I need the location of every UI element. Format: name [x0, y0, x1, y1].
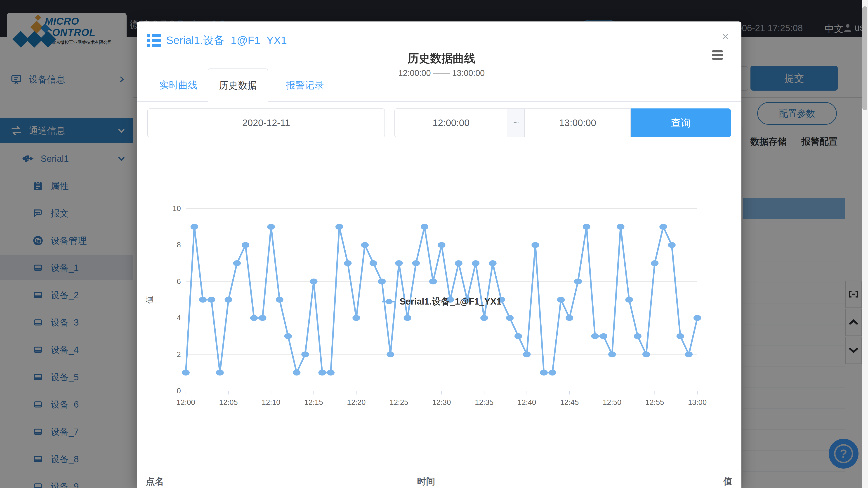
data-point[interactable]: [583, 224, 590, 230]
history-data-dialog: Serial1.设备_1@F1_YX1 × 实时曲线 历史数据 报警记录 202…: [137, 22, 741, 488]
time-range-separator: ~: [507, 108, 525, 137]
data-point[interactable]: [480, 315, 488, 321]
x-tick-label: 12:40: [518, 398, 536, 406]
data-point[interactable]: [242, 242, 249, 248]
y-tick-label: 8: [177, 240, 181, 249]
data-point[interactable]: [565, 315, 573, 321]
data-point[interactable]: [284, 333, 292, 339]
chart-title: 历史数据曲线: [137, 51, 746, 66]
data-point[interactable]: [591, 333, 599, 339]
data-point[interactable]: [216, 369, 224, 376]
end-time-input[interactable]: 13:00:00: [524, 108, 631, 137]
data-point[interactable]: [318, 369, 326, 376]
data-point[interactable]: [574, 279, 582, 285]
data-point[interactable]: [412, 260, 420, 266]
x-tick-label: 12:30: [432, 398, 451, 406]
data-point[interactable]: [540, 369, 548, 376]
start-time-input[interactable]: 12:00:00: [395, 108, 508, 137]
x-tick-label: 12:45: [560, 398, 579, 406]
data-point[interactable]: [531, 242, 539, 248]
column-header-time: 时间: [146, 475, 706, 488]
data-point[interactable]: [336, 224, 343, 230]
data-point[interactable]: [327, 369, 335, 376]
x-tick-label: 12:10: [262, 398, 281, 406]
data-point[interactable]: [250, 315, 258, 321]
data-point[interactable]: [549, 369, 556, 376]
chart-legend[interactable]: Serial1.设备_1@F1_YX1: [137, 295, 746, 308]
column-header-value: 值: [723, 475, 733, 488]
data-point[interactable]: [361, 242, 369, 248]
page-scrollbar[interactable]: [862, 0, 868, 488]
data-point[interactable]: [685, 352, 692, 357]
data-point[interactable]: [523, 352, 531, 357]
data-point[interactable]: [489, 260, 497, 266]
data-point[interactable]: [668, 242, 676, 248]
legend-series-label: Serial1.设备_1@F1_YX1: [400, 295, 501, 308]
query-button[interactable]: 查询: [631, 108, 731, 137]
data-point[interactable]: [191, 224, 198, 230]
data-point[interactable]: [395, 260, 403, 266]
data-point[interactable]: [617, 224, 625, 230]
data-point[interactable]: [643, 352, 650, 357]
data-point[interactable]: [472, 260, 479, 266]
app-root: 微控 3.7.3 Project 1.0 维护 重启 2024-06-21 17…: [0, 0, 868, 488]
data-point[interactable]: [370, 260, 377, 266]
data-point[interactable]: [429, 279, 437, 285]
data-point[interactable]: [258, 315, 266, 321]
close-icon[interactable]: ×: [722, 31, 729, 42]
data-point[interactable]: [182, 369, 190, 376]
data-point[interactable]: [310, 279, 318, 285]
x-tick-label: 12:00: [177, 398, 195, 406]
data-point[interactable]: [267, 224, 275, 230]
data-point[interactable]: [693, 315, 701, 321]
y-tick-label: 2: [177, 350, 181, 359]
data-point[interactable]: [600, 333, 608, 339]
scrollbar-thumb[interactable]: [862, 6, 867, 110]
data-point[interactable]: [455, 260, 463, 266]
data-point[interactable]: [352, 315, 360, 321]
data-point[interactable]: [651, 260, 658, 266]
legend-marker-icon: [381, 298, 397, 305]
x-tick-label: 13:00: [688, 398, 707, 406]
y-tick-label: 4: [177, 314, 181, 322]
x-tick-label: 12:25: [390, 398, 408, 406]
table-grid-icon: [147, 34, 161, 47]
data-point[interactable]: [293, 369, 301, 376]
data-point[interactable]: [677, 333, 684, 339]
data-point[interactable]: [506, 315, 514, 321]
data-point[interactable]: [386, 352, 394, 357]
data-point[interactable]: [421, 224, 428, 230]
data-point[interactable]: [438, 242, 445, 248]
data-point[interactable]: [378, 279, 385, 285]
x-tick-label: 12:55: [645, 398, 664, 406]
y-tick-label: 0: [177, 387, 181, 395]
result-table-header: 点名 时间 值: [146, 475, 733, 488]
y-tick-label: 6: [177, 277, 181, 286]
data-point[interactable]: [515, 333, 522, 339]
date-input[interactable]: 2020-12-11: [147, 108, 385, 137]
tab-history-data[interactable]: 历史数据: [208, 68, 268, 102]
dialog-title: Serial1.设备_1@F1_YX1: [166, 33, 287, 48]
x-tick-label: 12:15: [304, 398, 323, 406]
x-tick-label: 12:20: [347, 398, 366, 406]
x-tick-label: 12:05: [219, 398, 238, 406]
data-point[interactable]: [608, 352, 616, 357]
x-tick-label: 12:35: [475, 398, 494, 406]
data-point[interactable]: [634, 333, 642, 339]
data-point[interactable]: [233, 260, 241, 266]
query-label: 查询: [671, 116, 691, 130]
y-tick-label: 10: [173, 204, 181, 213]
data-point[interactable]: [404, 315, 411, 321]
data-point[interactable]: [301, 352, 309, 357]
chart-context-menu-icon[interactable]: [712, 51, 723, 60]
data-point[interactable]: [344, 260, 352, 266]
x-tick-label: 12:50: [603, 398, 622, 406]
data-point[interactable]: [659, 224, 667, 230]
